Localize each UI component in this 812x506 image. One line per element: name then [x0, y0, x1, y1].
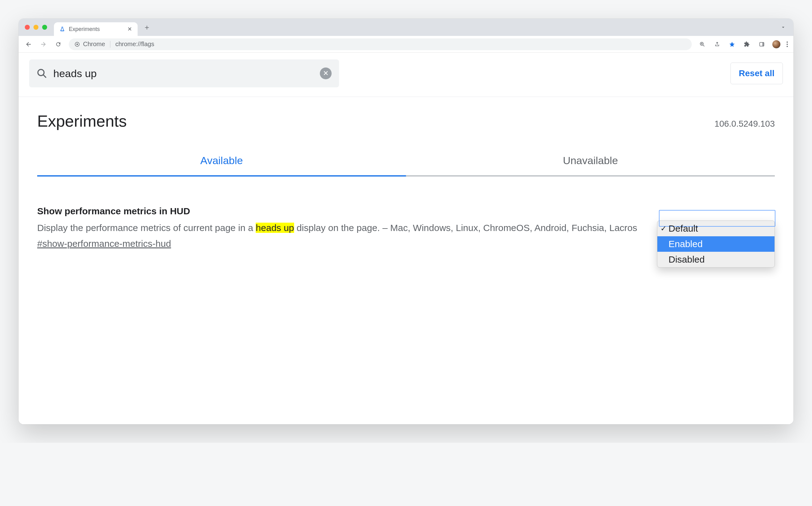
browser-tab[interactable]: Experiments ✕: [54, 22, 138, 36]
window-controls: [25, 25, 47, 30]
flag-description: Display the performance metrics of curre…: [37, 221, 639, 235]
tab-list-button[interactable]: [777, 24, 789, 30]
zoom-icon[interactable]: [698, 40, 707, 49]
minimize-window-button[interactable]: [33, 25, 39, 30]
flag-anchor-link[interactable]: #show-performance-metrics-hud: [37, 237, 171, 251]
chrome-icon: [74, 41, 80, 47]
back-button[interactable]: [24, 40, 33, 49]
flag-desc-post: display on the page. – Mac, Windows, Lin…: [294, 223, 637, 233]
flags-search-box[interactable]: ✕: [29, 60, 339, 87]
forward-button[interactable]: [39, 40, 48, 49]
svg-rect-7: [762, 43, 764, 46]
page-content: ✕ Reset all Experiments 106.0.5249.103 A…: [19, 53, 793, 424]
option-disabled[interactable]: Disabled: [657, 252, 774, 267]
profile-avatar[interactable]: [772, 40, 781, 48]
toolbar: Chrome chrome://flags: [19, 36, 793, 53]
flag-select-dropdown: Default Enabled Disabled: [657, 221, 775, 267]
url-scheme-label: Chrome: [83, 40, 105, 48]
search-icon: [36, 68, 47, 79]
chrome-menu-button[interactable]: [787, 41, 788, 47]
reload-button[interactable]: [54, 40, 63, 49]
page-title: Experiments: [37, 112, 714, 131]
toolbar-actions: [698, 40, 788, 49]
tab-title: Experiments: [69, 26, 100, 32]
chrome-version: 106.0.5249.103: [714, 119, 775, 129]
share-icon[interactable]: [713, 40, 722, 49]
flags-search-row: ✕ Reset all: [19, 53, 793, 91]
flag-desc-pre: Display the performance metrics of curre…: [37, 223, 256, 233]
separator: [110, 41, 110, 48]
url-text: chrome://flags: [115, 40, 154, 48]
maximize-window-button[interactable]: [42, 25, 47, 30]
flag-text: Show performance metrics in HUD Display …: [37, 204, 639, 251]
svg-point-1: [77, 44, 78, 45]
option-enabled[interactable]: Enabled: [657, 236, 774, 252]
flags-search-input[interactable]: [53, 67, 320, 80]
search-highlight: heads up: [256, 223, 294, 233]
new-tab-button[interactable]: ＋: [141, 22, 152, 33]
tab-bar: Experiments ✕ ＋: [19, 19, 793, 36]
flask-icon: [60, 26, 65, 32]
svg-line-9: [44, 75, 46, 77]
sidepanel-icon[interactable]: [757, 40, 766, 49]
flag-item: Show performance metrics in HUD Display …: [19, 176, 793, 267]
flag-title: Show performance metrics in HUD: [37, 204, 639, 218]
clear-search-button[interactable]: ✕: [320, 68, 331, 79]
heading-row: Experiments 106.0.5249.103: [19, 97, 793, 133]
reset-all-button[interactable]: Reset all: [731, 63, 783, 84]
address-bar[interactable]: Chrome chrome://flags: [69, 38, 692, 50]
browser-window: Experiments ✕ ＋ Chrome chrome://flags: [19, 19, 793, 424]
svg-line-3: [703, 45, 705, 46]
close-tab-button[interactable]: ✕: [127, 26, 132, 32]
close-window-button[interactable]: [25, 25, 30, 30]
tab-available[interactable]: Available: [37, 155, 406, 176]
flags-tabs: Available Unavailable: [37, 155, 775, 176]
svg-point-8: [38, 69, 44, 76]
extensions-icon[interactable]: [743, 40, 751, 49]
option-default[interactable]: Default: [657, 221, 774, 236]
flag-select[interactable]: Default Enabled Disabled: [657, 221, 775, 267]
bookmark-star-icon[interactable]: [728, 40, 736, 49]
tab-unavailable[interactable]: Unavailable: [406, 155, 775, 176]
